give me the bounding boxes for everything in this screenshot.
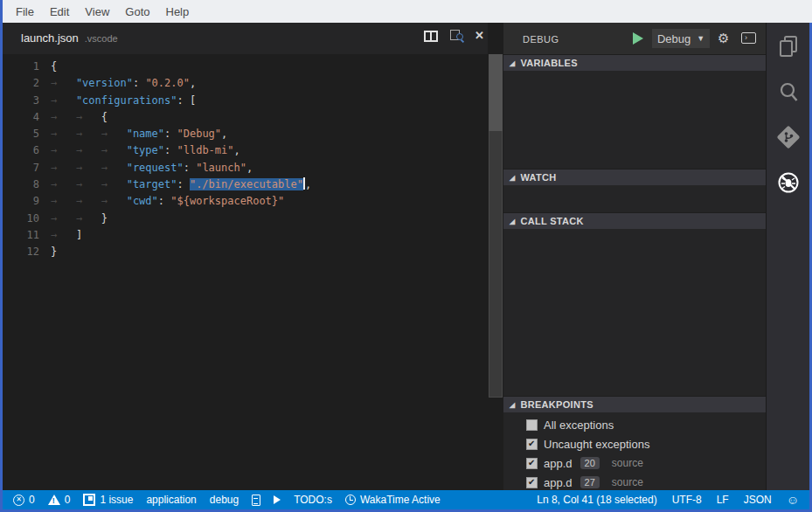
tab-whitespace-arrow: → xyxy=(51,227,76,244)
breakpoint-row[interactable]: app.d 20 source xyxy=(503,453,766,473)
debug-disabled-bug-icon[interactable] xyxy=(776,170,801,195)
log-file-button[interactable] xyxy=(252,495,260,506)
eol-selector[interactable]: LF xyxy=(717,494,729,506)
code-line[interactable]: 12} xyxy=(3,244,488,260)
code-token: , xyxy=(234,144,240,156)
code-token: [ xyxy=(190,94,196,107)
editor-scrollbar[interactable] xyxy=(488,54,503,490)
issue-icon xyxy=(83,494,95,506)
language-selector[interactable]: JSON xyxy=(744,494,772,506)
collapse-arrow-icon: ◢ xyxy=(510,174,515,182)
debug-console-icon[interactable]: › xyxy=(741,32,756,44)
section-variables[interactable]: ◢ VARIABLES xyxy=(503,54,766,71)
explorer-files-icon[interactable] xyxy=(776,34,801,59)
checkbox[interactable] xyxy=(526,458,538,469)
line-number: 2 xyxy=(3,75,39,92)
checkbox[interactable] xyxy=(526,439,538,450)
code-token: "lldb-mi" xyxy=(177,144,233,156)
open-preview-icon[interactable] xyxy=(449,30,463,42)
menu-help[interactable]: Help xyxy=(158,5,198,18)
code-line[interactable]: 9→→→"cwd": "${workspaceRoot}" xyxy=(3,193,488,210)
line-number: 8 xyxy=(3,176,39,193)
tab-whitespace-arrow: → xyxy=(51,109,76,126)
cursor-position-value: Ln 8, Col 41 (18 selected) xyxy=(537,494,656,506)
wakatime-status[interactable]: WakaTime Active xyxy=(345,494,441,506)
line-number: 4 xyxy=(3,109,39,126)
tab-whitespace-arrow: → xyxy=(51,176,76,193)
warning-count[interactable]: 0 xyxy=(48,494,71,506)
start-debug-button[interactable] xyxy=(633,32,643,45)
code-lines[interactable]: 1{2→"version": "0.2.0",3→"configurations… xyxy=(3,54,488,490)
issues-status[interactable]: 1 issue xyxy=(83,494,133,506)
language-value: JSON xyxy=(744,494,772,506)
tab-whitespace-arrow: → xyxy=(76,109,101,126)
launch-config-dropdown[interactable]: Debug ▼ xyxy=(652,29,710,48)
tab-whitespace-arrow: → xyxy=(51,93,76,109)
configure-gear-icon[interactable]: ⚙ xyxy=(718,30,729,47)
code-token: "target" xyxy=(127,178,177,190)
breakpoint-label: All exceptions xyxy=(544,419,614,432)
editor-tab[interactable]: launch.json.vscode xyxy=(21,31,118,45)
run-button[interactable] xyxy=(274,495,281,504)
code-token: "./bin/executable" xyxy=(190,178,303,190)
line-number: 12 xyxy=(3,244,39,260)
close-editor-icon[interactable]: ✕ xyxy=(475,30,484,42)
encoding-selector[interactable]: UTF-8 xyxy=(672,494,702,506)
menu-goto[interactable]: Goto xyxy=(117,5,157,18)
cursor-position[interactable]: Ln 8, Col 41 (18 selected) xyxy=(537,494,656,506)
todo-status[interactable]: TODO:s xyxy=(294,494,332,506)
line-badge: 27 xyxy=(580,476,600,488)
breakpoint-row[interactable]: Uncaught exceptions xyxy=(503,434,766,453)
section-watch[interactable]: ◢ WATCH xyxy=(503,169,766,185)
project-label: application xyxy=(146,494,196,506)
code-token: { xyxy=(51,60,57,73)
code-line[interactable]: 2→"version": "0.2.0", xyxy=(3,75,488,92)
eol-value: LF xyxy=(717,494,729,506)
project-status[interactable]: application xyxy=(146,494,196,506)
code-line[interactable]: 8→→→"target": "./bin/executable", xyxy=(3,176,488,193)
code-line[interactable]: 3→"configurations": [ xyxy=(3,93,488,109)
menu-edit[interactable]: Edit xyxy=(42,5,77,18)
tab-whitespace-arrow: → xyxy=(101,193,127,210)
section-callstack[interactable]: ◢ CALL STACK xyxy=(503,212,766,229)
checkbox[interactable] xyxy=(526,419,538,431)
code-line[interactable]: 6→→→"type": "lldb-mi", xyxy=(3,142,488,159)
code-line[interactable]: 7→→→"request": "launch", xyxy=(3,160,488,176)
code-line[interactable]: 4→→{ xyxy=(3,109,488,126)
tab-whitespace-arrow: → xyxy=(101,176,127,193)
breakpoint-label: app.d xyxy=(544,457,573,470)
scrollbar-thumb[interactable] xyxy=(489,54,503,131)
code-token: "launch" xyxy=(196,162,246,174)
code-token: : xyxy=(164,144,177,156)
breakpoint-row[interactable]: app.d 27 source xyxy=(503,473,766,492)
breakpoints-body: All exceptions Uncaught exceptions app.d… xyxy=(503,412,766,490)
play-icon xyxy=(274,495,281,504)
checkbox[interactable] xyxy=(526,477,538,488)
line-number: 11 xyxy=(3,227,39,244)
code-line[interactable]: 11→] xyxy=(3,227,488,244)
code-token: : xyxy=(184,162,196,174)
tab-whitespace-arrow: → xyxy=(51,193,76,210)
code-token: "type" xyxy=(127,144,164,156)
line-number: 1 xyxy=(3,59,39,75)
breakpoint-row[interactable]: All exceptions xyxy=(503,415,766,434)
editor: launch.json.vscode ✕ 1{2→"version": "0.2… xyxy=(3,23,488,490)
tab-whitespace-arrow: → xyxy=(51,160,76,176)
code-line[interactable]: 1{ xyxy=(3,59,488,75)
section-variables-label: VARIABLES xyxy=(520,58,577,68)
error-count-value: 0 xyxy=(29,494,35,506)
search-icon[interactable] xyxy=(776,80,801,104)
code-line[interactable]: 10→→} xyxy=(3,211,488,227)
tab-whitespace-arrow: → xyxy=(76,160,101,176)
code-token: "cwd" xyxy=(127,195,158,207)
code-line[interactable]: 5→→→"name": "Debug", xyxy=(3,126,488,142)
menu-view[interactable]: View xyxy=(77,5,117,18)
code-token: ] xyxy=(76,229,82,241)
error-count[interactable]: ✕ 0 xyxy=(13,494,35,506)
feedback-smiley[interactable]: ☺ xyxy=(787,494,799,506)
build-config-status[interactable]: debug xyxy=(210,494,239,506)
section-breakpoints[interactable]: ◢ BREAKPOINTS xyxy=(503,396,766,412)
menu-file[interactable]: File xyxy=(8,5,42,18)
split-editor-icon[interactable] xyxy=(424,31,438,42)
git-icon[interactable] xyxy=(776,125,801,149)
